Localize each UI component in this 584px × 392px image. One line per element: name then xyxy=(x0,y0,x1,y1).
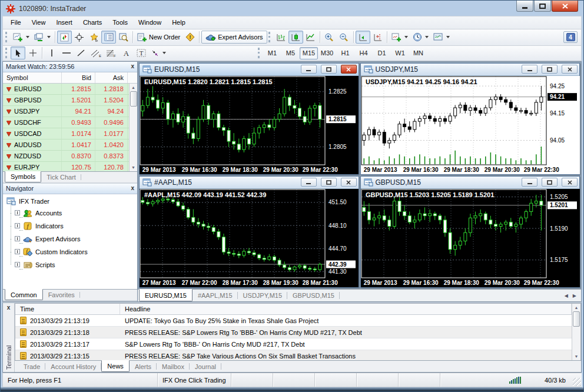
menu-window[interactable]: Window xyxy=(133,17,167,28)
chart-minimize-button[interactable] xyxy=(522,178,537,187)
expand-plus-icon[interactable] xyxy=(15,249,20,254)
bar-chart-type-button[interactable] xyxy=(274,31,288,44)
indicators-button[interactable] xyxy=(389,31,410,44)
terminal-close-icon[interactable]: x xyxy=(7,304,11,313)
market-watch-row[interactable]: EURUSD1.28151.2818 xyxy=(3,84,137,95)
equidistant-channel-button[interactable]: E xyxy=(88,46,104,59)
tick-chart-button[interactable] xyxy=(57,31,72,44)
fibonacci-button[interactable]: F xyxy=(104,46,119,59)
menu-charts[interactable]: Charts xyxy=(78,17,107,28)
chart-restore-button[interactable] xyxy=(542,65,558,74)
new-chart-button[interactable] xyxy=(11,31,32,44)
market-watch-row[interactable]: EURJPY120.75120.78 xyxy=(3,162,137,171)
chart-window-titlebar[interactable]: GBPUSD,M15 xyxy=(361,177,580,189)
scrollbar-thumb[interactable] xyxy=(130,91,137,107)
market-watch-close-icon[interactable]: x xyxy=(131,64,134,69)
scroll-up-icon[interactable]: ▲ xyxy=(573,304,580,311)
market-watch-toggle-button[interactable] xyxy=(101,31,116,44)
tab-tick-chart[interactable]: Tick Chart xyxy=(41,172,81,182)
crosshair-button[interactable] xyxy=(72,31,87,44)
chart-canvas[interactable]: 1.52051.51901.51751.5201GBPUSD,M15 1.520… xyxy=(361,189,580,287)
toolbar-grip[interactable] xyxy=(268,32,271,42)
chart-close-button[interactable] xyxy=(562,65,578,74)
zoom-in-button[interactable] xyxy=(322,31,337,44)
tab-scroll-right-icon[interactable]: ▶ xyxy=(573,293,576,298)
one-click-trading-status[interactable]: IFX One Click Trading xyxy=(158,373,231,387)
tab-common[interactable]: Common xyxy=(5,289,43,300)
chart-minimize-button[interactable] xyxy=(301,65,317,74)
terminal-tab-news[interactable]: News xyxy=(101,360,130,372)
terminal-tab-trade[interactable]: Trade xyxy=(18,361,45,372)
zoom-out-button[interactable] xyxy=(337,31,351,44)
chart-window-titlebar[interactable]: USDJPY,M15 xyxy=(361,64,580,76)
market-watch-row[interactable]: NZDUSD0.83700.8373 xyxy=(3,151,137,162)
navigator-item-accounts[interactable]: Accounts xyxy=(6,207,137,220)
expand-plus-icon[interactable] xyxy=(15,236,20,241)
news-row[interactable]: 2013/03/29 21:13:17S&P Lowers Rtg To 'BB… xyxy=(15,338,572,350)
market-watch-row[interactable]: AUDUSD1.04171.0420 xyxy=(3,139,137,151)
terminal-tab-account-history[interactable]: Account History xyxy=(45,361,101,372)
vertical-line-button[interactable] xyxy=(44,46,59,59)
chart-tab-gbpusd-m15[interactable]: GBPUSD,M15 xyxy=(287,290,340,301)
notifications-badge[interactable]: 4 xyxy=(563,31,578,43)
tab-favorites[interactable]: Favorites xyxy=(43,290,80,300)
terminal-tab-journal[interactable]: Journal xyxy=(190,361,221,372)
chart-minimize-button[interactable] xyxy=(522,65,537,74)
crosshair-tool-button[interactable] xyxy=(25,46,40,59)
chart-window-titlebar[interactable]: EURUSD,M15 xyxy=(140,64,359,76)
tab-symbols[interactable]: Symbols xyxy=(5,171,41,182)
navigator-item-custom-indicators[interactable]: fCustom Indicators xyxy=(6,245,137,258)
navigator-item-expert-advisors[interactable]: Expert Advisors xyxy=(6,232,137,245)
chart-canvas[interactable]: 1.28251.28151.28051.2815EURUSD,M15 1.282… xyxy=(140,76,359,174)
timeframe-m5[interactable]: M5 xyxy=(281,47,300,59)
market-watch-row[interactable]: USDCAD1.01741.0177 xyxy=(3,128,137,139)
chart-close-button[interactable] xyxy=(341,65,357,74)
new-order-button[interactable]: New Order xyxy=(135,31,182,44)
column-header-symbol[interactable]: Symbol xyxy=(3,72,62,84)
toolbar-grip[interactable] xyxy=(5,32,8,42)
market-watch-row[interactable]: GBPUSD1.52011.5204 xyxy=(3,95,137,106)
chart-window-usdjpy-m15[interactable]: USDJPY,M1594.2594.1594.0594.21USDJPY,M15… xyxy=(360,63,580,175)
timeframe-w1[interactable]: W1 xyxy=(391,47,409,59)
candlestick-chart-type-button[interactable] xyxy=(288,31,303,44)
toolbar-grip[interactable] xyxy=(5,48,8,58)
maximize-button[interactable] xyxy=(534,1,551,12)
chart-canvas[interactable]: 451.50448.10444.70441.30442.39#AAPL,M15 … xyxy=(140,189,359,287)
menu-help[interactable]: Help xyxy=(167,17,191,28)
trendline-button[interactable] xyxy=(74,46,88,59)
chart-window--aapl-m15[interactable]: #AAPL,M15451.50448.10444.70441.30442.39#… xyxy=(139,176,359,288)
terminal-tab-alerts[interactable]: Alerts xyxy=(130,361,157,372)
news-row[interactable]: 2013/03/29 21:13:15PRESS RELEASE: S&P Ta… xyxy=(15,350,572,360)
menu-tools[interactable]: Tools xyxy=(107,17,133,28)
auto-scroll-button[interactable] xyxy=(356,31,370,44)
market-watch-row[interactable]: USDCHF0.94930.9496 xyxy=(3,117,137,128)
chart-tab-usdjpy-m15[interactable]: USDJPY,M15 xyxy=(238,290,287,301)
column-header-bid[interactable]: Bid xyxy=(62,72,95,84)
minimize-button[interactable] xyxy=(516,1,533,12)
favorites-button[interactable] xyxy=(87,31,101,44)
text-button[interactable]: A xyxy=(119,46,134,59)
toolbar-grip[interactable] xyxy=(258,48,261,58)
expand-plus-icon[interactable] xyxy=(15,210,20,215)
line-chart-type-button[interactable] xyxy=(303,31,318,44)
column-header-ask[interactable]: Ask xyxy=(95,72,128,84)
navigator-close-icon[interactable]: x xyxy=(131,185,134,191)
chart-window-titlebar[interactable]: #AAPL,M15 xyxy=(140,177,359,189)
chart-restore-button[interactable] xyxy=(321,65,337,74)
text-label-button[interactable]: T xyxy=(134,46,148,59)
menu-view[interactable]: View xyxy=(26,17,51,28)
column-header-headline[interactable]: Headline xyxy=(120,304,572,314)
scrollbar-thumb[interactable] xyxy=(573,311,580,327)
scroll-down-icon[interactable]: ▼ xyxy=(130,164,137,171)
terminal-scrollbar[interactable]: ▲ ▼ xyxy=(572,304,580,360)
timeframe-d1[interactable]: D1 xyxy=(373,47,391,59)
timeframe-h1[interactable]: H1 xyxy=(336,47,354,59)
chart-close-button[interactable] xyxy=(341,178,357,187)
timeframe-m15[interactable]: M15 xyxy=(300,47,318,59)
timeframe-m30[interactable]: M30 xyxy=(318,47,336,59)
cursor-button[interactable] xyxy=(11,46,25,59)
scroll-down-icon[interactable]: ▼ xyxy=(573,353,580,360)
column-header-time[interactable]: Time xyxy=(15,304,120,314)
profiles-button[interactable] xyxy=(32,31,53,44)
chart-window-eurusd-m15[interactable]: EURUSD,M151.28251.28151.28051.2815EURUSD… xyxy=(139,63,359,175)
